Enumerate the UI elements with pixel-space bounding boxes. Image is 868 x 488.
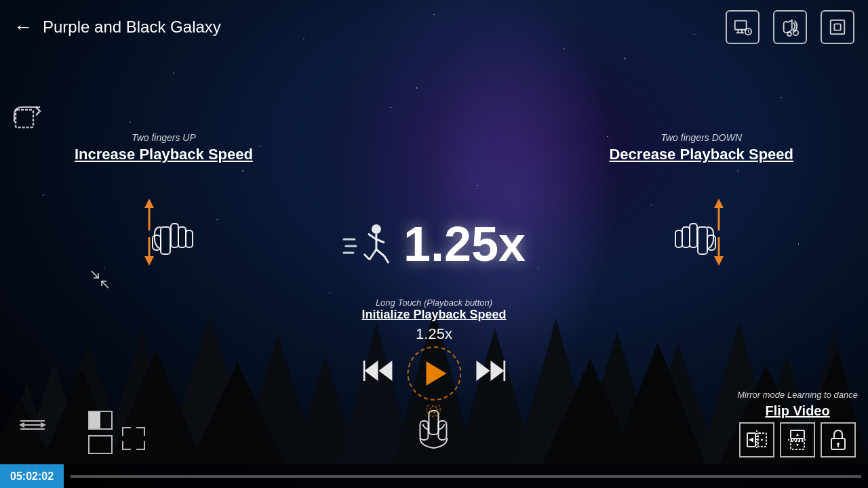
runner-icon [342,219,390,269]
svg-point-48 [372,224,381,234]
svg-rect-41 [171,224,178,247]
svg-rect-33 [831,20,845,35]
svg-line-55 [384,256,389,263]
svg-marker-59 [714,256,724,266]
svg-rect-77 [420,421,429,440]
flip-video-label: Flip Video [766,403,830,419]
layers-button[interactable] [821,10,854,44]
increase-gesture-subtitle: Two fingers UP [75,132,253,143]
svg-rect-62 [682,227,690,247]
svg-rect-78 [439,421,447,440]
svg-line-54 [376,249,384,256]
lock-button[interactable] [821,422,856,458]
settings-button[interactable] [726,10,760,44]
play-pause-button[interactable] [407,346,461,401]
svg-point-79 [431,406,437,413]
long-touch-subtitle: Long Touch (Playback button) [361,298,506,308]
speed-display-section: 1.25x [342,216,526,272]
svg-rect-63 [675,230,682,247]
time-display: 05:02:02 [0,464,64,488]
svg-marker-57 [714,199,724,208]
fast-forward-button[interactable] [475,357,505,390]
playback-controls [363,346,505,401]
audio-settings-button[interactable] [773,10,807,44]
flip-icons-row [739,422,856,458]
svg-rect-72 [363,361,365,381]
svg-marker-89 [796,433,799,436]
playback-section: Long Touch (Playback button) Initialize … [361,298,506,458]
svg-marker-74 [476,361,490,381]
expand-button[interactable] [121,426,146,454]
svg-marker-71 [378,361,392,381]
svg-line-53 [364,254,370,260]
flip-horizontal-button[interactable] [739,422,774,458]
svg-rect-42 [178,227,186,247]
svg-marker-73 [490,361,504,381]
hand-right-icon [668,193,736,277]
svg-rect-40 [161,227,170,254]
svg-marker-39 [144,256,154,266]
svg-rect-75 [503,361,505,381]
svg-rect-34 [834,24,840,30]
long-touch-hint: Long Touch (Playback button) Initialize … [361,298,506,322]
collapse-arrows[interactable] [88,268,112,295]
svg-marker-37 [144,199,154,208]
page-title: Purple and Black Galaxy [43,18,221,37]
svg-line-50 [368,234,376,239]
audio-icon [781,18,800,37]
flip-vertical-button[interactable] [780,422,815,458]
increase-gesture-title: Increase Playback Speed [75,146,253,163]
svg-marker-70 [364,361,378,381]
hand-left-icon [132,193,200,277]
layers-icon [828,18,847,37]
svg-rect-35 [16,110,33,127]
side-arrows-button[interactable] [19,415,46,437]
svg-line-51 [376,239,384,243]
timeline-bar: 05:02:02 [0,464,868,488]
svg-rect-61 [690,224,697,247]
svg-marker-90 [796,444,799,447]
svg-rect-76 [429,411,439,434]
flip-section: Mirror mode Learning to dance Flip Video [737,390,858,458]
play-triangle-icon [426,361,446,386]
progress-bar[interactable] [71,475,861,478]
svg-line-65 [92,271,98,278]
svg-line-30 [748,32,749,33]
svg-line-66 [102,281,108,288]
svg-rect-43 [186,230,193,247]
rotate-button[interactable] [10,102,44,142]
svg-rect-24 [735,21,747,30]
svg-marker-85 [761,439,764,441]
rotate-icon [10,102,44,136]
svg-rect-60 [698,227,707,254]
long-touch-title: Initialize Playback Speed [361,308,506,322]
left-sidebar [10,102,44,142]
full-panel-button[interactable] [88,435,113,454]
header: ← Purple and Black Galaxy [0,0,868,54]
decrease-gesture-title: Decrease Playback Speed [609,146,793,163]
svg-line-52 [370,249,376,260]
playback-speed-value: 1.25x [403,216,526,272]
current-speed-small: 1.25x [416,325,452,343]
gesture-decrease-section: Two fingers DOWN Decrease Playback Speed [609,132,793,163]
header-actions [726,10,854,44]
mirror-mode-label: Mirror mode Learning to dance [737,390,858,400]
svg-point-92 [837,443,840,445]
half-panel-button[interactable] [88,411,113,430]
decrease-gesture-subtitle: Two fingers DOWN [609,132,793,143]
settings-icon [733,18,752,37]
svg-point-32 [787,32,791,36]
touch-hand-icon [412,404,456,458]
rewind-button[interactable] [363,357,393,390]
gesture-increase-section: Two fingers UP Increase Playback Speed [75,132,253,163]
back-button[interactable]: ← [14,16,33,38]
svg-marker-84 [750,439,753,441]
